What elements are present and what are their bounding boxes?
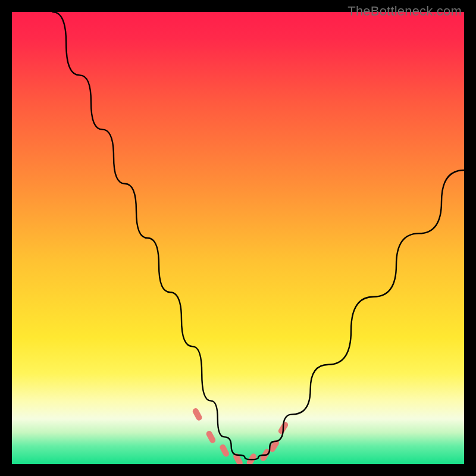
chart-svg [12, 12, 464, 464]
watermark-text: TheBottleneck.com [347, 4, 462, 19]
chart-frame: TheBottleneck.com [0, 0, 476, 476]
plot-area [12, 12, 464, 464]
gradient-background [12, 12, 464, 464]
